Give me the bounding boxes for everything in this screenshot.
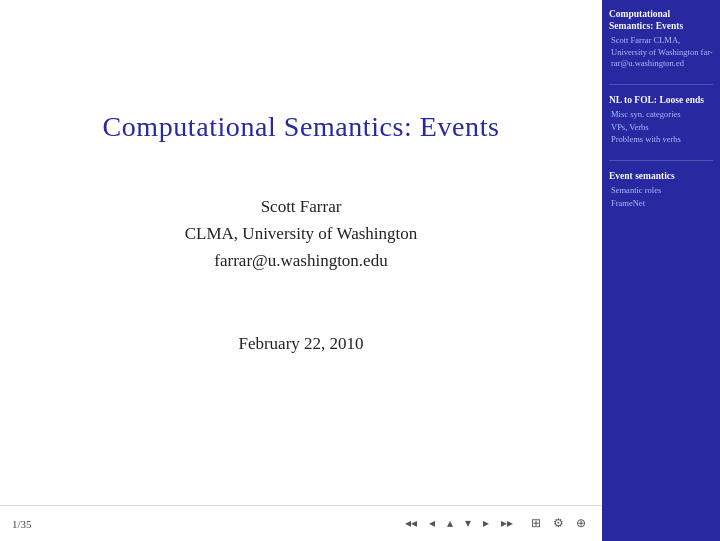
- slide-footer: 1/35 ◂◂ ◂ ▴ ▾ ▸ ▸▸ ⊞ ⚙ ⊕: [0, 505, 602, 541]
- bookmark-icon[interactable]: ⊞: [527, 514, 545, 533]
- sidebar-item-framenet[interactable]: FrameNet: [609, 198, 713, 210]
- author-email: farrar@u.washington.edu: [185, 247, 418, 274]
- nav-prev-button[interactable]: ◂: [425, 514, 439, 533]
- slide-number: 1/35: [12, 518, 32, 530]
- slide-author-block: Scott Farrar CLMA, University of Washing…: [185, 193, 418, 275]
- sidebar-item-misc-syn[interactable]: Misc syn. categories: [609, 109, 713, 121]
- slide-title: Computational Semantics: Events: [103, 111, 500, 143]
- settings-icon[interactable]: ⚙: [549, 514, 568, 533]
- nav-first-button[interactable]: ◂◂: [401, 514, 421, 533]
- nav-next-button[interactable]: ▸: [479, 514, 493, 533]
- sidebar-section-nl-fol[interactable]: NL to FOL: Loose ends: [609, 94, 713, 106]
- nav-last-button[interactable]: ▸▸: [497, 514, 517, 533]
- sidebar-divider-1: [609, 84, 713, 85]
- nav-down-button[interactable]: ▾: [461, 514, 475, 533]
- sidebar-section-title-main[interactable]: Computational Semantics: Events: [609, 8, 713, 33]
- sidebar-item-vps-verbs[interactable]: VPs, Verbs: [609, 122, 713, 134]
- author-name: Scott Farrar: [185, 193, 418, 220]
- sidebar-group-nl-fol: NL to FOL: Loose ends Misc syn. categori…: [609, 94, 713, 147]
- sidebar-group-title: Computational Semantics: Events Scott Fa…: [609, 8, 713, 71]
- slide-sidebar: Computational Semantics: Events Scott Fa…: [602, 0, 720, 541]
- slide-content: Computational Semantics: Events Scott Fa…: [0, 0, 602, 505]
- sidebar-section-event-semantics[interactable]: Event semantics: [609, 170, 713, 182]
- slide-date: February 22, 2010: [238, 334, 363, 354]
- author-affiliation: CLMA, University of Washington: [185, 220, 418, 247]
- navigation-controls: ◂◂ ◂ ▴ ▾ ▸ ▸▸ ⊞ ⚙ ⊕: [401, 514, 590, 533]
- sidebar-item-problems-verbs[interactable]: Problems with verbs: [609, 134, 713, 146]
- slide-main: Computational Semantics: Events Scott Fa…: [0, 0, 602, 541]
- sidebar-group-event-semantics: Event semantics Semantic roles FrameNet: [609, 170, 713, 210]
- search-icon[interactable]: ⊕: [572, 514, 590, 533]
- sidebar-item-semantic-roles[interactable]: Semantic roles: [609, 185, 713, 197]
- sidebar-divider-2: [609, 160, 713, 161]
- sidebar-author-info: Scott Farrar CLMA, University of Washing…: [609, 35, 713, 71]
- nav-up-button[interactable]: ▴: [443, 514, 457, 533]
